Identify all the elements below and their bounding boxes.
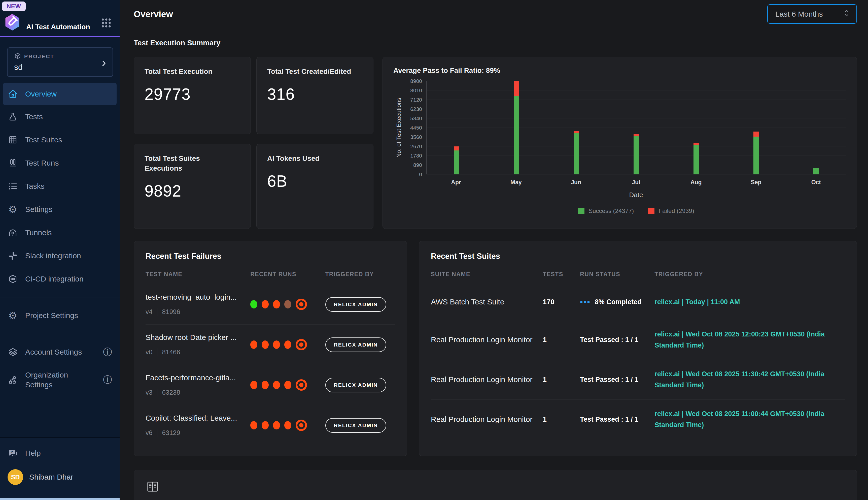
info-icon[interactable]: ⓘ [103,346,112,359]
run-dot-red[interactable] [262,421,269,430]
test-run-id: 63129 [162,429,180,437]
sidebar-item-account-settings[interactable]: Account Settings ⓘ [0,340,120,364]
legend-item-failed[interactable]: Failed (2939) [648,207,694,215]
run-dot-ring[interactable] [296,339,307,350]
sidebar-item-test-suites[interactable]: Test Suites [0,128,120,151]
date-range-select[interactable]: Last 6 Months [767,4,857,24]
bar-segment-success [813,168,819,174]
run-dot-red[interactable] [262,381,269,389]
suite-tests: 1 [543,336,580,344]
table-row[interactable]: Facets-performance-gitla... v363238 RELI… [145,365,395,405]
run-dot-red[interactable] [250,340,257,349]
run-dot-red[interactable] [262,300,269,308]
bar-aug[interactable] [693,81,699,174]
run-status-text: Test Passed : 1 / 1 [580,336,638,344]
project-value: sd [14,62,55,72]
run-dot-brown[interactable] [284,300,291,308]
column-header: RECENT RUNS [250,271,325,278]
sidebar-item-settings[interactable]: ⚙ Settings [0,198,120,221]
bar-jun[interactable] [574,81,579,174]
sidebar-nav: Overview Tests Test Suites Test Runs [0,79,120,437]
info-icon[interactable]: ⓘ [103,374,112,386]
user-menu[interactable]: SD Shibam Dhar [0,465,120,485]
run-dot-ring[interactable] [296,379,307,391]
sidebar-item-tasks[interactable]: Tasks [0,175,120,198]
sidebar-item-project-settings[interactable]: ⚙ Project Settings [0,304,120,327]
sidebar-item-label: Tunnels [25,228,52,237]
app-launcher-icon[interactable] [101,17,112,29]
run-status-text: 8% Completed [595,298,642,306]
run-dot-red[interactable] [284,421,291,430]
bar-sep[interactable] [753,81,759,174]
recent-run-dots [250,420,325,431]
run-dot-red[interactable] [273,300,280,308]
suite-name[interactable]: AWS Batch Test Suite [431,298,543,306]
app-logo-icon [4,13,21,31]
triggered-by-link[interactable]: relicx.ai | Wed Oct 08 2025 12:00:23 GMT… [655,329,845,351]
table-header: SUITE NAME TESTS RUN STATUS TRIGGERED BY [431,271,845,284]
sidebar-item-tunnels[interactable]: Tunnels [0,221,120,244]
sidebar-item-slack-integration[interactable]: Slack integration [0,244,120,268]
bar-apr[interactable] [454,81,459,174]
bar-oct[interactable] [813,81,819,174]
app-root: NEW AI Test Automation [0,0,868,500]
test-version: v4 [145,308,152,316]
sidebar-item-cicd-integration[interactable]: CI-CD integration [0,268,120,291]
recent-run-dots [250,379,325,391]
suite-name[interactable]: Real Production Login Monitor [431,336,543,344]
run-dot-red[interactable] [250,421,257,430]
run-dot-red[interactable] [284,381,291,389]
triggered-by-button[interactable]: RELICX ADMIN [325,378,387,393]
recent-test-failures-panel: Recent Test Failures TEST NAME RECENT RU… [134,241,407,456]
y-tick: 3560 [410,134,422,140]
run-dot-red[interactable] [284,340,291,349]
run-dot-red[interactable] [273,381,280,389]
bar-may[interactable] [514,81,519,174]
suite-name[interactable]: Real Production Login Monitor [431,415,543,424]
recent-run-dots [250,299,325,310]
page-header: Overview Last 6 Months [120,0,868,28]
run-dot-red[interactable] [262,340,269,349]
sidebar-item-tests[interactable]: Tests [0,105,120,128]
test-name[interactable]: Copilot: Classified: Leave... [145,414,250,422]
y-tick: 0 [419,171,422,178]
test-name[interactable]: test-removing_auto_login... [145,293,250,302]
triggered-by-link[interactable]: relicx.ai | Wed Oct 08 2025 11:30:42 GMT… [655,368,845,391]
table-row[interactable]: test-removing_auto_login... v481996 RELI… [145,284,395,324]
table-row[interactable]: Real Production Login Monitor 1 Test Pas… [431,399,845,439]
y-tick: 7120 [410,97,422,103]
run-dot-ring[interactable] [296,420,307,431]
home-icon [8,89,18,99]
triggered-by-link[interactable]: relicx.ai | Wed Oct 08 2025 11:00:44 GMT… [655,408,845,431]
triggered-by-button[interactable]: RELICX ADMIN [325,338,387,352]
run-dot-green[interactable] [250,300,257,308]
legend-item-success[interactable]: Success (24377) [578,207,634,215]
table-row[interactable]: Copilot: Classified: Leave... v663129 RE… [145,405,395,445]
project-selector[interactable]: PROJECT sd › [7,47,113,77]
triggered-by-button[interactable]: RELICX ADMIN [325,418,387,433]
run-dot-red[interactable] [273,340,280,349]
sidebar-item-overview[interactable]: Overview [3,83,117,105]
table-row[interactable]: Shadow root Date picker ... v081466 RELI… [145,324,395,365]
test-name[interactable]: Facets-performance-gitla... [145,374,250,382]
test-run-id: 81996 [162,308,180,316]
suite-name[interactable]: Real Production Login Monitor [431,375,543,384]
sidebar-item-organization-settings[interactable]: Organization Settings ⓘ [0,364,120,396]
sidebar-item-help[interactable]: ? Help [0,442,120,465]
triggered-by-button[interactable]: RELICX ADMIN [325,297,387,312]
run-dot-ring[interactable] [296,299,307,310]
sidebar-item-test-runs[interactable]: Test Runs [0,151,120,175]
table-row[interactable]: AWS Batch Test Suite 170 ••• 8% Complete… [431,284,845,320]
test-name[interactable]: Shadow root Date picker ... [145,333,250,342]
test-version: v6 [145,429,152,437]
column-header: SUITE NAME [431,271,543,278]
horizontal-scrollbar[interactable] [0,498,120,500]
content-scroll-area: Test Execution Summary Total Test Execut… [120,28,868,500]
triggered-by-link[interactable]: relicx.ai | Today | 11:00 AM [655,296,845,308]
run-dot-red[interactable] [273,421,280,430]
bar-jul[interactable] [634,81,639,174]
date-range-value: Last 6 Months [775,10,823,19]
run-dot-red[interactable] [250,381,257,389]
table-row[interactable]: Real Production Login Monitor 1 Test Pas… [431,320,845,360]
table-row[interactable]: Real Production Login Monitor 1 Test Pas… [431,360,845,399]
